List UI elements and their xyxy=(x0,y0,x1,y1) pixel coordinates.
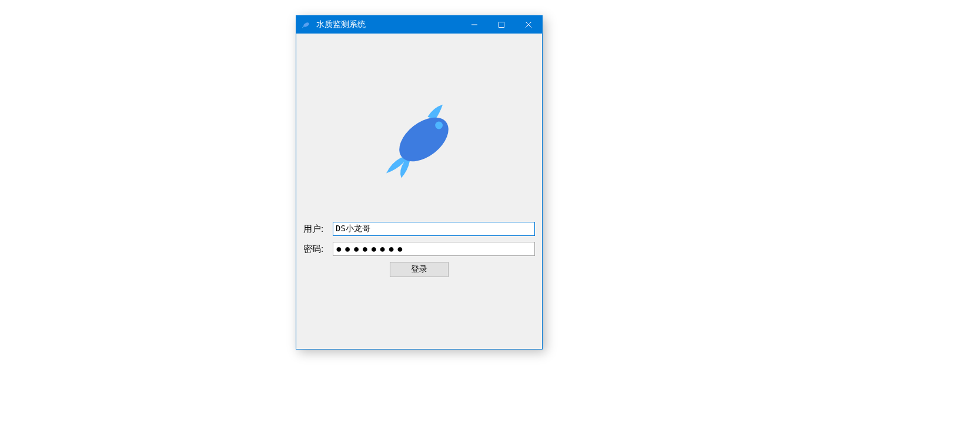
username-label: 用户: xyxy=(303,224,333,235)
username-input[interactable] xyxy=(333,222,535,236)
app-icon xyxy=(300,18,313,31)
svg-point-0 xyxy=(303,22,310,28)
login-window: 水质监测系统 xyxy=(296,15,543,350)
maximize-button[interactable] xyxy=(488,16,515,34)
fish-icon xyxy=(372,92,466,187)
password-label: 密码: xyxy=(303,244,333,255)
svg-point-6 xyxy=(435,122,443,129)
titlebar[interactable]: 水质监测系统 xyxy=(296,16,542,34)
logo-area xyxy=(296,34,542,222)
login-button[interactable]: 登录 xyxy=(390,262,449,277)
window-controls xyxy=(461,16,542,34)
window-title: 水质监测系统 xyxy=(316,19,461,30)
button-row: 登录 xyxy=(296,262,542,277)
minimize-button[interactable] xyxy=(461,16,488,34)
password-row: 密码: ●●●●●●●● xyxy=(296,242,542,256)
password-input[interactable]: ●●●●●●●● xyxy=(333,242,535,256)
window-content: 用户: 密码: ●●●●●●●● 登录 xyxy=(296,34,542,349)
username-row: 用户: xyxy=(296,222,542,236)
close-button[interactable] xyxy=(515,16,542,34)
svg-rect-2 xyxy=(499,22,504,28)
